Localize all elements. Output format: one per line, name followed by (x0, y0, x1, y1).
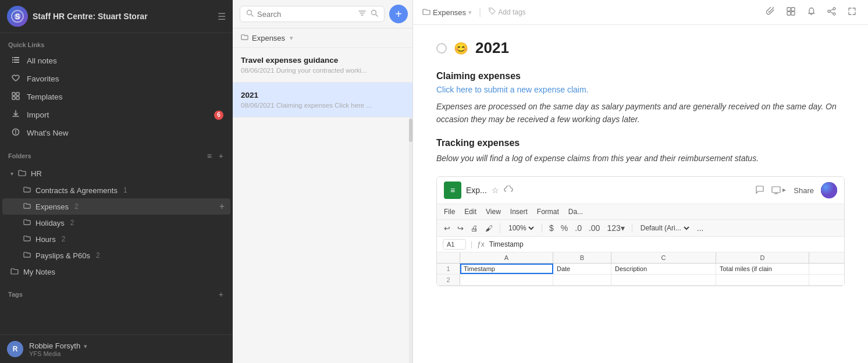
grid-corner (437, 252, 460, 263)
folder-icon-hr (18, 169, 26, 179)
add-to-expenses-button[interactable]: + (219, 201, 225, 212)
import-badge: 6 (214, 111, 223, 120)
google-sheets-icon: ≡ (444, 182, 461, 199)
section-body-claiming: Expenses are processed on the same day a… (436, 100, 845, 126)
folder-label-payslips: Payslips & P60s (35, 251, 90, 260)
sidebar-menu-icon[interactable]: ☰ (218, 11, 226, 22)
zoom-select[interactable]: 100% 75% 50% 150% (506, 223, 536, 233)
paint-format-button[interactable]: 🖌 (484, 223, 494, 234)
folder-item-payslips[interactable]: Payslips & P60s 2 (2, 247, 230, 264)
svg-rect-20 (787, 12, 791, 15)
add-folder-button[interactable]: + (218, 150, 225, 162)
sidebar-item-templates[interactable]: Templates (2, 88, 230, 106)
note-title-travel: Travel expenses guidance (241, 56, 404, 65)
folder-item-contracts[interactable]: Contracts & Agreements 1 (2, 182, 230, 198)
share-button[interactable] (825, 5, 838, 20)
undo-button[interactable]: ↩ (443, 223, 451, 234)
col-header-d[interactable]: D (716, 252, 809, 263)
expense-claim-link[interactable]: Click here to submit a new expense claim… (436, 85, 845, 94)
decimal-decrease-button[interactable]: .0 (574, 222, 583, 234)
folder-icon-contracts (23, 186, 31, 195)
sheet-share-label[interactable]: Share (794, 186, 814, 195)
sidebar-item-all-notes[interactable]: All notes (2, 52, 230, 70)
folder-item-holidays[interactable]: Holidays 2 (2, 215, 230, 231)
decimal-increase-button[interactable]: .00 (588, 222, 601, 234)
menu-insert[interactable]: Insert (510, 207, 528, 217)
workspace-title: Staff HR Centre: Stuart Storar (33, 12, 213, 21)
svg-rect-11 (16, 92, 19, 95)
col-header-b[interactable]: B (553, 252, 611, 263)
sheet-name: Exp... (466, 186, 487, 195)
menu-data[interactable]: Da... (568, 207, 583, 217)
user-name: Robbie Forsyth ▾ (29, 341, 226, 350)
currency-button[interactable]: $ (548, 222, 555, 234)
cell-d2[interactable] (716, 275, 809, 285)
cell-c1[interactable]: Description (611, 264, 716, 274)
menu-view[interactable]: View (486, 207, 501, 217)
search-box[interactable] (240, 6, 385, 22)
folder-count-hours: 2 (62, 235, 66, 243)
sheet-comment-icon[interactable] (755, 185, 764, 196)
grid-icon (10, 92, 21, 102)
sheet-user-avatar (821, 182, 837, 198)
cell-b1[interactable]: Date (553, 264, 611, 274)
tag-icon (488, 8, 496, 17)
bell-button[interactable] (805, 5, 818, 20)
font-select[interactable]: Default (Ari... (638, 223, 691, 233)
note-item-2021[interactable]: 2021 08/06/2021 Claiming expenses Click … (233, 83, 412, 118)
note-item-travel-expenses[interactable]: Travel expenses guidance 08/06/2021 Duri… (233, 48, 412, 83)
notes-scrollbar-thumb[interactable] (409, 119, 412, 142)
cell-a2[interactable] (460, 275, 553, 285)
add-tags-button[interactable]: Add tags (488, 8, 525, 17)
svg-rect-18 (787, 8, 791, 11)
folder-item-expenses[interactable]: Expenses 2 + (2, 198, 230, 215)
folder-label-hr: HR (31, 169, 42, 178)
sidebar-item-favorites[interactable]: Favorites (2, 70, 230, 88)
menu-edit[interactable]: Edit (464, 207, 476, 217)
svg-rect-4 (12, 57, 13, 58)
sheet-present-icon[interactable] (771, 186, 787, 194)
folder-item-my-notes[interactable]: My Notes (2, 264, 230, 280)
import-label: Import (27, 111, 49, 119)
grid-row-2: 2 (437, 275, 844, 286)
toolbar-left: Expenses ▾ | Add tags (422, 7, 526, 17)
filter-icon[interactable] (358, 9, 366, 19)
cell-a1[interactable]: Timestamp (460, 264, 553, 274)
redo-button[interactable]: ↪ (456, 223, 465, 234)
cell-b2[interactable] (553, 275, 611, 285)
svg-rect-6 (12, 59, 13, 61)
number-format-button[interactable]: 123▾ (606, 222, 625, 234)
search-input[interactable] (257, 10, 355, 19)
sheet-star-icon[interactable]: ☆ (492, 186, 499, 195)
percent-button[interactable]: % (560, 222, 569, 234)
folder-item-hr[interactable]: ▾ HR (2, 165, 230, 182)
add-tag-button[interactable]: + (218, 289, 225, 300)
folder-label-holidays: Holidays (35, 219, 65, 227)
cell-d1[interactable]: Total miles (if clain (716, 264, 809, 274)
sidebar-item-import[interactable]: Import 6 (2, 106, 230, 124)
folder-icon-payslips (23, 251, 31, 260)
folder-item-hours[interactable]: Hours 2 (2, 231, 230, 247)
more-options-button[interactable]: ... (696, 222, 705, 234)
svg-point-15 (247, 10, 252, 15)
search-magnifier-icon (371, 9, 378, 19)
notes-search-header: + (233, 0, 412, 29)
sidebar-item-whats-new[interactable]: What's New (2, 124, 230, 142)
add-note-button[interactable]: + (389, 5, 408, 23)
expand-button[interactable] (845, 5, 859, 20)
attachment-button[interactable] (764, 5, 777, 20)
col-header-a[interactable]: A (460, 252, 553, 263)
col-header-c[interactable]: C (611, 252, 716, 263)
sort-folders-button[interactable]: ≡ (206, 150, 213, 162)
formula-bar: A1 | ƒx Timestamp (437, 237, 844, 252)
menu-format[interactable]: Format (537, 207, 559, 217)
notes-folder-icon (241, 33, 248, 42)
menu-file[interactable]: File (444, 207, 455, 217)
print-button[interactable]: 🖨 (469, 223, 479, 234)
layout-button[interactable] (784, 5, 798, 20)
cell-reference[interactable]: A1 (443, 239, 466, 250)
svg-rect-25 (772, 187, 780, 193)
cell-c2[interactable] (611, 275, 716, 285)
main-toolbar: Expenses ▾ | Add tags (413, 0, 868, 25)
note-checkbox[interactable] (436, 43, 447, 54)
